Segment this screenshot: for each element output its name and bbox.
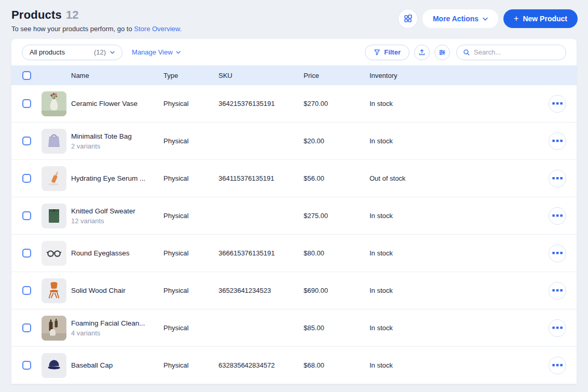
product-variants: 4 variants [71,329,163,337]
product-name[interactable]: Baseball Cap [71,361,163,369]
product-type: Physical [163,361,218,369]
product-variants: 2 variants [71,142,163,150]
table-row[interactable]: Hydrating Eye Serum ...Physical364115376… [11,160,577,197]
table-row[interactable]: Minimalist Tote Bag2 variantsPhysical$20… [11,123,577,160]
row-actions-button[interactable]: ■■■ [549,95,566,113]
search-icon [463,49,470,56]
table-body: Ceramic Flower VasePhysical3642153761351… [11,85,577,384]
upload-icon [418,49,426,56]
select-all-checkbox[interactable] [22,71,31,80]
store-overview-link[interactable]: Store Overview. [134,25,182,33]
products-card: All products (12) Manage View Filter [11,39,577,384]
row-actions-button[interactable]: ■■■ [549,357,566,374]
ellipsis-icon: ■■■ [552,101,564,106]
baseball-cap-photo [42,353,66,378]
solid-wood-chair-photo [42,278,66,303]
row-checkbox[interactable] [22,174,31,183]
product-price: $690.00 [304,287,370,294]
product-price: $80.00 [304,249,370,257]
row-checkbox[interactable] [22,211,31,220]
ellipsis-icon: ■■■ [552,251,564,255]
table-row[interactable]: Baseball CapPhysical632835642834572$68.0… [11,347,577,384]
product-name[interactable]: Hydrating Eye Serum ... [71,174,163,182]
row-checkbox[interactable] [22,286,31,295]
grid-apps-button[interactable] [399,9,417,28]
filter-button[interactable]: Filter [365,45,409,60]
row-actions-button[interactable]: ■■■ [549,132,566,150]
row-actions-button[interactable]: ■■■ [549,282,566,300]
product-price: $270.00 [304,100,370,107]
more-actions-button[interactable]: More Actions [422,9,498,28]
filter-funnel-icon [374,49,380,56]
manage-view-button[interactable]: Manage View [132,48,181,56]
product-sku: 364215376135191 [218,100,304,107]
ellipsis-icon: ■■■ [552,176,564,181]
grid-apps-icon [404,15,412,23]
minimalist-tote-bag-photo [42,129,66,154]
product-inventory: In stock [370,100,538,107]
product-count: 12 [66,8,78,22]
product-name[interactable]: Solid Wood Chair [71,287,163,294]
product-name[interactable]: Ceramic Flower Vase [71,100,163,107]
table-row[interactable]: Foaming Facial Clean...4 variantsPhysica… [11,309,577,347]
page-subtitle: To see how your products perform, go to … [11,25,182,33]
chevron-down-icon [176,51,181,54]
product-type: Physical [163,212,218,220]
table-row[interactable]: Ceramic Flower VasePhysical3642153761351… [11,85,577,123]
product-inventory: In stock [370,249,538,257]
product-name[interactable]: Knitted Golf Sweater [71,207,163,215]
page-title: Products [11,8,62,22]
table-row[interactable]: Knitted Golf Sweater12 variantsPhysical$… [11,197,577,235]
manage-view-label: Manage View [132,48,173,56]
product-price: $85.00 [304,324,370,332]
product-name[interactable]: Minimalist Tote Bag [71,132,163,140]
price-column-header[interactable]: Price [304,72,370,79]
filter-label: Filter [384,48,401,56]
type-column-header[interactable]: Type [163,72,218,79]
product-type: Physical [163,100,218,107]
row-checkbox[interactable] [22,99,31,108]
row-checkbox[interactable] [22,323,31,332]
plus-icon: + [514,14,518,23]
ellipsis-icon: ■■■ [552,288,564,293]
page-title-block: Products 12 To see how your products per… [11,8,182,33]
ellipsis-icon: ■■■ [552,139,564,143]
product-type: Physical [163,174,218,182]
row-actions-button[interactable]: ■■■ [549,245,566,262]
ceramic-flower-vase-photo [42,91,66,116]
sliders-icon [439,49,446,56]
hydrating-eye-serum-photo [42,166,66,191]
new-product-button[interactable]: + New Product [503,9,578,28]
product-name[interactable]: Round Eyeglasses [71,249,163,257]
row-checkbox[interactable] [22,361,31,370]
sku-column-header[interactable]: SKU [218,72,304,79]
search-input[interactable] [474,48,557,56]
view-selector-dropdown[interactable]: All products (12) [22,45,122,60]
product-type: Physical [163,287,218,294]
product-sku: 364115376135191 [218,174,304,182]
row-actions-button[interactable]: ■■■ [549,207,566,225]
product-inventory: In stock [370,324,538,332]
row-checkbox[interactable] [22,137,31,145]
product-price: $68.00 [304,361,370,369]
product-inventory: In stock [370,212,538,220]
round-eyeglasses-photo [42,241,66,266]
page-header: Products 12 To see how your products per… [0,0,588,39]
chevron-down-icon [110,51,115,54]
customize-columns-button[interactable] [434,45,450,60]
product-price: $275.00 [304,212,370,220]
table-row[interactable]: Solid Wood ChairPhysical36523641234523$6… [11,272,577,309]
name-column-header[interactable]: Name [71,72,163,79]
product-inventory: In stock [370,361,538,369]
search-box [456,45,566,60]
product-sku: 632835642834572 [218,361,304,369]
table-row[interactable]: Round EyeglassesPhysical366615376135191$… [11,235,577,272]
row-actions-button[interactable]: ■■■ [549,319,566,337]
view-selector-count: (12) [94,48,106,56]
row-actions-button[interactable]: ■■■ [549,170,566,187]
export-button[interactable] [414,45,430,60]
product-name[interactable]: Foaming Facial Clean... [71,319,163,327]
row-checkbox[interactable] [22,249,31,258]
inventory-column-header[interactable]: Inventory [370,72,538,79]
ellipsis-icon: ■■■ [552,363,564,368]
